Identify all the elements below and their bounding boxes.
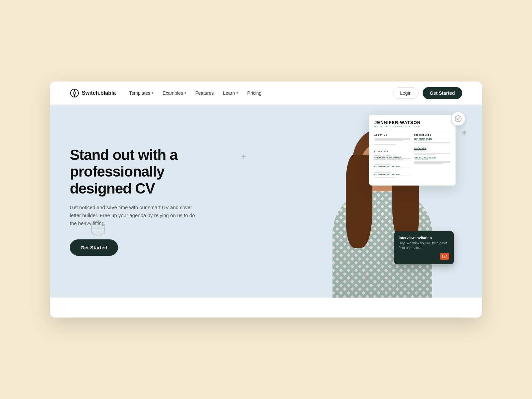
hero-section: Stand out with a professionally designed…: [50, 105, 482, 298]
cv-line: [414, 162, 450, 163]
envelope-svg: [442, 254, 447, 259]
get-started-hero-button[interactable]: Get Started: [70, 239, 118, 256]
cv-line: [414, 153, 450, 154]
cv-line: [374, 138, 411, 139]
interview-card-text: Hey! We think you will be a great fit to…: [399, 241, 449, 250]
cv-exp-date: LEAD WEB DESIGNER: [414, 159, 450, 160]
logo[interactable]: Switch.blabla: [70, 88, 116, 98]
plus-decoration: +: [241, 151, 246, 162]
cv-divider: [374, 131, 450, 131]
hero-title: Stand out with a professionally designed…: [70, 147, 196, 197]
cv-exp-lines: [414, 142, 450, 145]
cv-line: [414, 161, 450, 162]
browser-window: Switch.blabla Templates ▾ Examples ▾ Fea…: [50, 81, 482, 318]
cv-exp-title: EXPERIENCES: [414, 134, 450, 136]
cv-exp-lines: [414, 152, 450, 155]
cv-about-title: ABOUT ME: [374, 134, 411, 136]
cv-line: [374, 144, 396, 145]
cv-line: [414, 142, 450, 143]
cv-line: [374, 168, 411, 168]
navbar: Switch.blabla Templates ▾ Examples ▾ Fea…: [50, 81, 482, 105]
cv-exp-col: EXPERIENCES SOFT DESIGN STUDIO GRAPHIC D…: [414, 134, 450, 180]
basket-decoration: [90, 218, 106, 238]
get-started-nav-button[interactable]: Get Started: [423, 87, 462, 99]
cv-line: [414, 145, 443, 145]
cv-edu-entry-3: UNIVERSITY OF LONDON BACHELOR OF ART DIR…: [374, 172, 411, 178]
svg-point-1: [73, 92, 76, 94]
login-button[interactable]: Login: [393, 87, 418, 99]
cv-line: [374, 158, 411, 159]
hair-left: [346, 155, 372, 248]
cv-line: [374, 143, 411, 143]
cv-line: [414, 152, 450, 152]
chevron-down-icon: ▾: [185, 91, 186, 95]
cv-line: [374, 142, 411, 142]
nav-item-learn[interactable]: Learn ▾: [223, 90, 238, 96]
cv-line: [374, 169, 403, 169]
hero-subtitle: Get noticed and save time with our smart…: [70, 203, 196, 227]
hero-content: Stand out with a professionally designed…: [50, 127, 216, 276]
cv-columns: ABOUT ME EDUCATION UNIVERSITY OF: [374, 134, 450, 180]
interview-card: Interview Invitation Hey! We think you w…: [394, 231, 454, 264]
nav-left: Switch.blabla Templates ▾ Examples ▾ Fea…: [70, 88, 261, 98]
cv-line: [374, 177, 396, 178]
nav-item-examples[interactable]: Examples ▾: [163, 90, 186, 96]
cv-exp-entry-3: FBO CREATIVE SOLUTIONS LEAD WEB DESIGNER: [414, 157, 450, 164]
asterisk-decoration: ✳: [461, 129, 467, 137]
cv-edu-lines: [374, 158, 411, 161]
cv-edu-lines: [374, 168, 411, 170]
cv-line: [374, 176, 411, 176]
cv-line: [414, 144, 450, 144]
cv-exp-date: WEB DEVELOPER: [414, 149, 450, 151]
logo-text: Switch.blabla: [82, 90, 116, 96]
nav-menu: Templates ▾ Examples ▾ Features Learn ▾ …: [129, 90, 261, 96]
cv-edu-title: EDUCATION: [374, 151, 411, 153]
chevron-down-icon: ▾: [236, 91, 238, 95]
cv-edu-entry-1: UNIVERSITY OF LONDON CERTIFICATE OF WEB …: [374, 155, 411, 161]
cv-edu-entry-2: UNIVERSITY OF LONDON BACHELOR OF ART DIR…: [374, 164, 411, 170]
cv-name: JENNIFER WATSON: [374, 120, 450, 125]
bottom-bar: [50, 298, 482, 318]
cv-edu-lines: [374, 176, 411, 178]
cv-exp-entry-1: SOFT DESIGN STUDIO GRAPHIC DESIGNER: [414, 138, 450, 145]
cv-line: [374, 139, 411, 140]
chevron-down-icon: ▾: [152, 91, 153, 95]
cv-about-lines: [374, 138, 411, 145]
cv-line: [374, 140, 403, 141]
cv-line: [374, 161, 411, 161]
cv-line: [414, 163, 443, 164]
check-badge: [451, 111, 466, 126]
interview-card-title: Interview Invitation: [399, 236, 449, 240]
cv-exp-lines: [414, 161, 450, 164]
basket-svg: [90, 218, 106, 236]
cv-exp-entry-2: WEB TECH LTD WEB DEVELOPER: [414, 147, 450, 155]
check-icon: [455, 115, 462, 122]
cv-line: [414, 154, 436, 155]
cv-job-title: USER EXPERIENCE DESIGNER: [374, 126, 450, 128]
cv-card: JENNIFER WATSON USER EXPERIENCE DESIGNER…: [369, 115, 456, 186]
cv-about-col: ABOUT ME EDUCATION UNIVERSITY OF: [374, 134, 411, 180]
hero-right: JENNIFER WATSON USER EXPERIENCE DESIGNER…: [201, 105, 482, 298]
nav-item-features[interactable]: Features: [196, 90, 214, 96]
nav-item-pricing[interactable]: Pricing: [247, 90, 262, 96]
nav-item-templates[interactable]: Templates ▾: [129, 90, 153, 96]
cv-exp-date: GRAPHIC DESIGNER: [414, 140, 450, 142]
nav-right: Login Get Started: [393, 87, 462, 99]
cv-line: [374, 159, 403, 160]
email-icon: [440, 253, 449, 260]
